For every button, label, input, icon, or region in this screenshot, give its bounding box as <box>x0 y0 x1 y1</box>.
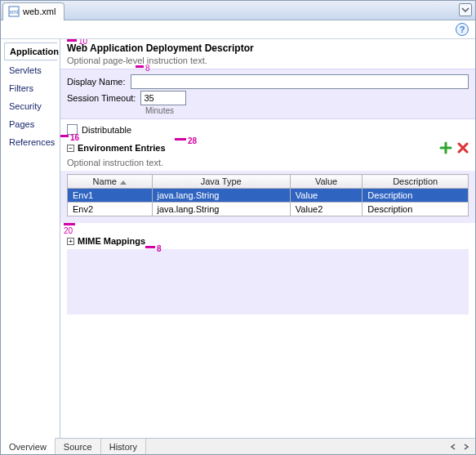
side-tab-security[interactable]: Security <box>4 98 58 114</box>
cell: Env1 <box>68 189 153 203</box>
side-tab-label: Application <box>10 47 59 56</box>
titlebar: xml web.xml <box>1 1 475 20</box>
tab-next-icon[interactable] <box>460 441 472 453</box>
table-row[interactable]: Env2 java.lang.String Value2 Description <box>68 203 469 216</box>
env-section-header: 16 − Environment Entries 28 <box>60 140 475 156</box>
session-timeout-input[interactable] <box>140 91 186 105</box>
side-tab-label: Security <box>9 101 42 111</box>
page-title: Web Application Deployment Descriptor <box>60 39 475 54</box>
bottom-tab-nav <box>447 439 475 454</box>
side-tab-label: References <box>9 137 55 147</box>
help-icon[interactable]: ? <box>456 23 469 36</box>
expand-icon[interactable]: + <box>67 238 74 245</box>
env-table: Name Java Type Value Description Env1 ja… <box>67 174 469 216</box>
side-tab-filters[interactable]: Filters <box>4 80 58 96</box>
col-description[interactable]: Description <box>363 175 469 189</box>
side-tab-label: Pages <box>9 119 34 129</box>
mime-empty-band <box>67 249 469 314</box>
display-name-row: Display Name: <box>67 74 469 89</box>
cell: Value <box>290 189 362 203</box>
mime-section-title: MIME Mappings <box>78 236 145 246</box>
table-header-row: Name Java Type Value Description <box>68 175 469 189</box>
side-tab-application[interactable]: Application <box>4 42 58 60</box>
side-tab-references[interactable]: References <box>4 134 58 150</box>
side-tab-label: Filters <box>9 83 33 93</box>
env-subtext: Optional instruction text. <box>60 156 475 171</box>
bottom-tab-label: Source <box>64 442 92 452</box>
svg-text:xml: xml <box>10 9 19 15</box>
file-tab-label: web.xml <box>23 7 56 16</box>
col-javatype[interactable]: Java Type <box>152 175 290 189</box>
env-section-title: Environment Entries <box>78 143 166 153</box>
bottom-tabs: Overview Source History <box>1 438 475 454</box>
cell: Env2 <box>68 203 153 216</box>
display-name-label: Display Name: <box>67 77 126 87</box>
editor-body: ? Application Servlets Filters Security … <box>1 20 475 454</box>
distributable-label: Distributable <box>82 125 131 135</box>
content-scroll: 10 Web Application Deployment Descriptor… <box>60 39 475 438</box>
col-name[interactable]: Name <box>68 175 153 189</box>
mime-section-header: + MIME Mappings 8 <box>60 234 475 248</box>
cell: java.lang.String <box>152 203 290 216</box>
bottom-tab-history[interactable]: History <box>101 439 146 454</box>
collapse-icon[interactable]: − <box>67 145 74 152</box>
content-area: 10 Web Application Deployment Descriptor… <box>60 39 475 438</box>
bottom-tab-label: History <box>109 442 137 452</box>
session-timeout-row: Session Timeout: <box>67 91 469 105</box>
xml-file-icon: xml <box>8 6 20 17</box>
file-tab[interactable]: xml web.xml <box>2 2 65 20</box>
sort-asc-icon <box>120 181 127 185</box>
editor-window: xml web.xml ? Application Servlets Filte… <box>0 0 476 455</box>
side-tab-pages[interactable]: Pages <box>4 116 58 132</box>
editor-area: Application Servlets Filters Security Pa… <box>1 38 475 438</box>
side-tab-servlets[interactable]: Servlets <box>4 62 58 78</box>
env-actions <box>439 141 469 154</box>
delete-icon[interactable] <box>457 142 469 154</box>
add-icon[interactable] <box>439 141 452 154</box>
distributable-checkbox[interactable] <box>67 124 78 135</box>
cell: Description <box>363 203 469 216</box>
table-row[interactable]: Env1 java.lang.String Value Description <box>68 189 469 203</box>
cell: java.lang.String <box>152 189 290 203</box>
cell: Description <box>363 189 469 203</box>
session-timeout-unit: Minutes <box>145 106 469 115</box>
bottom-tab-overview[interactable]: Overview <box>1 438 56 454</box>
env-table-band: Name Java Type Value Description Env1 ja… <box>60 171 475 223</box>
page-subtext: Optional page-level instruction text. <box>60 54 475 69</box>
side-tab-label: Servlets <box>9 65 42 75</box>
bottom-tab-label: Overview <box>9 442 47 452</box>
side-tabs: Application Servlets Filters Security Pa… <box>1 39 60 438</box>
window-menu-button[interactable] <box>459 3 472 16</box>
tab-prev-icon[interactable] <box>447 441 459 453</box>
bottom-tab-source[interactable]: Source <box>56 439 101 454</box>
cell: Value2 <box>290 203 362 216</box>
form-band: 8 8 8 Display Name: Session Timeout: Min… <box>60 69 475 119</box>
display-name-input[interactable] <box>131 74 469 89</box>
session-timeout-label: Session Timeout: <box>67 93 136 103</box>
col-value[interactable]: Value <box>290 175 362 189</box>
help-row: ? <box>1 20 475 38</box>
distributable-row: Distributable <box>60 119 475 140</box>
